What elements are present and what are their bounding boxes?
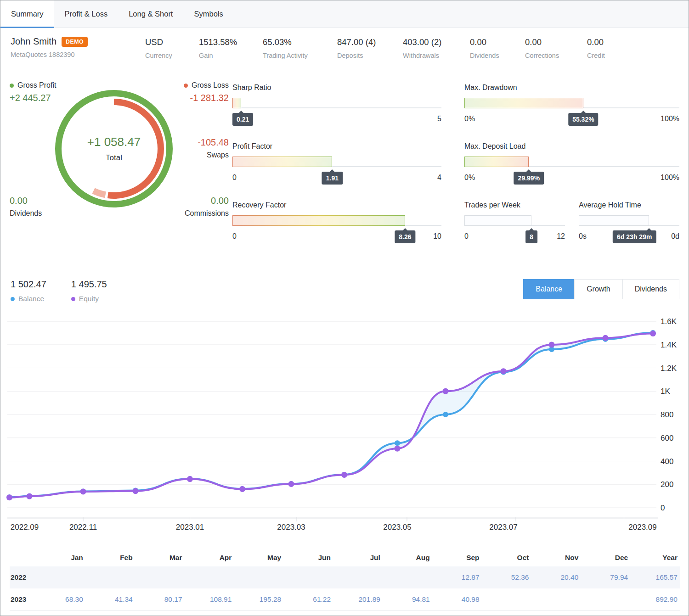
gauge-scale: 0108.26 (232, 229, 441, 246)
gauge-max-label: 0d (671, 232, 679, 241)
equity-point[interactable] (501, 368, 507, 374)
equity-point[interactable] (395, 446, 401, 452)
equity-point[interactable] (6, 494, 12, 500)
y-axis-label: 600 (661, 434, 673, 442)
table-total-row: Total: 1 058.47 (0, 611, 689, 616)
stat-currency: USDCurrency (145, 37, 199, 59)
gauge-value: 8.26 (395, 230, 415, 243)
tab-long-short[interactable]: Long & Short (118, 0, 183, 28)
equity-point[interactable] (133, 488, 139, 494)
tab-summary[interactable]: Summary (0, 0, 54, 28)
column-header-nov: Nov (531, 548, 581, 566)
gross-loss-legend: Gross Loss (184, 81, 229, 90)
month-profit-cell: 79.94 (581, 566, 631, 588)
table-row-2023: 202368.3041.3480.17108.91195.2861.22201.… (10, 588, 680, 611)
row-year-label: 2023 (10, 588, 36, 611)
gauge-profit-factor: Profit Factor041.91 (232, 142, 441, 187)
y-axis-label: 200 (661, 480, 673, 489)
gauge-fill (464, 98, 583, 108)
equity-point[interactable] (650, 330, 656, 336)
month-profit-cell: 61.22 (284, 588, 333, 611)
month-profit-cell (531, 588, 581, 611)
month-profit-cell (581, 588, 631, 611)
tab-symbols[interactable]: Symbols (183, 0, 233, 28)
stat-withdrawals: 403.00 (2)Withdrawals (403, 37, 470, 59)
equity-point[interactable] (239, 486, 245, 492)
gauge-max-label: 12 (557, 232, 565, 241)
equity-point[interactable] (288, 481, 294, 487)
gauge-fill (232, 215, 405, 226)
stat-value: 65.03% (263, 37, 337, 47)
gauge-bar (232, 98, 441, 108)
stat-corrections: 0.00Corrections (525, 37, 587, 59)
column-header-feb: Feb (86, 548, 136, 566)
stat-label: Dividends (470, 52, 525, 59)
equity-point[interactable] (80, 488, 86, 494)
month-profit-cell: 20.40 (531, 566, 581, 588)
demo-badge: DEMO (62, 37, 88, 47)
equity-point[interactable] (443, 388, 449, 394)
gauges-left-column: Sharp Ratio50.21Profit Factor041.91Recov… (232, 84, 441, 260)
y-axis-label: 400 (661, 457, 673, 466)
swaps-label: Swaps (207, 151, 229, 159)
x-axis-label: 2023.09 (628, 523, 656, 532)
balance-label: Balance (18, 295, 44, 303)
chart-toggle-balance[interactable]: Balance (523, 279, 575, 299)
tab-profit-loss[interactable]: Profit & Loss (54, 0, 119, 28)
column-header-jun: Jun (284, 548, 333, 566)
month-profit-cell: 165.57 (631, 566, 680, 588)
stat-label: Currency (145, 52, 199, 59)
stat-label: Corrections (525, 52, 587, 59)
account-name: John Smith (11, 36, 56, 47)
month-profit-cell: 40.98 (433, 588, 482, 611)
gauge-trades-per-week: Trades per Week0128 (464, 201, 565, 246)
gauge-title: Trades per Week (464, 201, 565, 209)
column-header-empty (10, 548, 36, 566)
x-axis-label: 2022.09 (11, 523, 39, 532)
gauge-max-label: 5 (437, 115, 441, 123)
account-identity: John Smith DEMO MetaQuotes 1882390 (11, 36, 145, 59)
profit-loss-donut: Gross Profit +2 445.27 Gross Loss -1 281… (10, 81, 232, 224)
stat-label: Withdrawals (403, 52, 470, 59)
month-profit-cell: 80.17 (136, 588, 185, 611)
column-header-aug: Aug (383, 548, 433, 566)
stat-gain: 1513.58%Gain (199, 37, 263, 59)
equity-point[interactable] (549, 342, 555, 347)
gauge-bar (464, 215, 565, 226)
gross-profit-dot-icon (10, 84, 14, 88)
stat-value: 0.00 (525, 37, 587, 47)
equity-point[interactable] (27, 493, 33, 499)
month-profit-cell (234, 566, 284, 588)
column-header-jul: Jul (333, 548, 383, 566)
column-header-apr: Apr (185, 548, 235, 566)
gauge-recovery-factor: Recovery Factor0108.26 (232, 201, 441, 246)
equity-point[interactable] (603, 335, 609, 341)
gauge-title: Sharp Ratio (232, 84, 441, 92)
balance-summary: 1 502.47 Balance (11, 279, 46, 303)
month-profit-cell: 52.36 (482, 566, 532, 588)
gauge-bar (232, 157, 441, 167)
balance-line (10, 333, 653, 497)
stat-value: 847.00 (4) (337, 37, 403, 47)
overview-section: Gross Profit +2 445.27 Gross Loss -1 281… (0, 81, 689, 260)
equity-point[interactable] (341, 472, 347, 478)
chart-toggle-dividends[interactable]: Dividends (622, 279, 679, 299)
x-axis-label: 2023.01 (176, 523, 204, 532)
gauge-max-label: 4 (437, 174, 441, 182)
stat-value: 0.00 (587, 37, 605, 47)
commissions-label: Commissions (185, 209, 229, 218)
stat-label: Credit (587, 52, 605, 59)
balance-point[interactable] (443, 412, 448, 417)
month-profit-cell: 108.91 (185, 588, 235, 611)
equity-summary: 1 495.75 Equity (71, 279, 107, 303)
month-profit-cell (36, 566, 86, 588)
balance-point[interactable] (395, 440, 400, 446)
metric-gauges: Sharp Ratio50.21Profit Factor041.91Recov… (232, 81, 679, 260)
equity-point[interactable] (187, 476, 193, 482)
gauge-value: 8 (525, 230, 537, 243)
stat-trading-activity: 65.03%Trading Activity (263, 37, 337, 59)
chart-mode-toggle: BalanceGrowthDividends (524, 279, 679, 299)
x-axis-label: 2022.11 (69, 523, 97, 532)
chart-toggle-growth[interactable]: Growth (574, 279, 623, 299)
equity-line (10, 334, 653, 498)
